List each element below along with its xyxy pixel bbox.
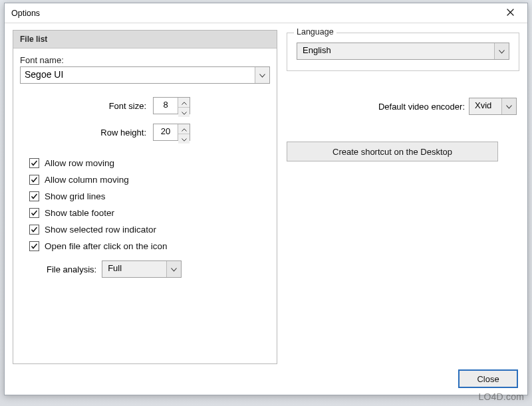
close-button-label: Close xyxy=(477,374,499,384)
check-allow-row-moving[interactable]: Allow row moving xyxy=(29,158,270,168)
check-label: Open file after click on the icon xyxy=(45,241,168,251)
dialog-buttons: Close xyxy=(458,369,518,388)
font-size-row: Font size: 8 xyxy=(20,97,270,114)
font-size-spinner[interactable]: 8 xyxy=(153,97,190,114)
checkmark-icon xyxy=(29,191,39,201)
row-height-up-button[interactable] xyxy=(178,124,190,134)
checkmark-icon xyxy=(29,241,39,251)
checkmark-icon xyxy=(29,158,39,168)
chevron-down-icon xyxy=(182,134,187,144)
create-shortcut-button[interactable]: Create shortcut on the Desktop xyxy=(287,142,498,161)
check-show-table-footer[interactable]: Show table footer xyxy=(29,208,270,218)
language-select[interactable]: English xyxy=(297,43,509,60)
check-show-selected-row-indicator[interactable]: Show selected row indicator xyxy=(29,225,270,235)
language-dropdown-button[interactable] xyxy=(494,43,509,59)
font-size-down-button[interactable] xyxy=(178,107,190,117)
chevron-up-icon xyxy=(182,124,187,134)
file-analysis-value: Full xyxy=(102,261,166,277)
chevron-down-icon xyxy=(506,102,512,111)
file-analysis-dropdown-button[interactable] xyxy=(166,261,181,277)
file-analysis-row: File analysis: Full xyxy=(20,260,270,278)
font-size-label: Font size: xyxy=(20,101,153,111)
checkmark-icon xyxy=(29,208,39,218)
check-label: Show table footer xyxy=(45,208,114,218)
row-height-row: Row height: 20 xyxy=(20,124,270,141)
chevron-down-icon xyxy=(182,108,187,117)
check-label: Show selected row indicator xyxy=(45,225,156,235)
row-height-label: Row height: xyxy=(20,128,153,138)
titlebar: Options xyxy=(5,3,527,23)
window-title: Options xyxy=(11,9,497,18)
language-value: English xyxy=(297,43,494,59)
check-open-file-after-click[interactable]: Open file after click on the icon xyxy=(29,241,270,251)
encoder-dropdown-button[interactable] xyxy=(501,98,516,114)
row-height-down-button[interactable] xyxy=(178,134,190,144)
check-show-grid-lines[interactable]: Show grid lines xyxy=(29,191,270,201)
encoder-select[interactable]: Xvid xyxy=(469,98,517,115)
checkmark-icon xyxy=(29,225,39,235)
font-name-label: Font name: xyxy=(20,55,270,65)
encoder-value: Xvid xyxy=(469,98,501,114)
file-analysis-select[interactable]: Full xyxy=(102,260,182,278)
window-close-button[interactable] xyxy=(497,3,523,23)
create-shortcut-label: Create shortcut on the Desktop xyxy=(332,147,452,157)
close-icon xyxy=(507,9,514,18)
font-size-stepper-buttons xyxy=(178,98,190,114)
row-height-spinner[interactable]: 20 xyxy=(153,124,190,141)
language-legend: Language xyxy=(294,27,336,37)
font-size-value[interactable]: 8 xyxy=(154,98,178,114)
row-height-value[interactable]: 20 xyxy=(154,124,178,140)
checkmark-icon xyxy=(29,175,39,185)
options-window: Options File list Font name: Segoe UI Fo… xyxy=(4,3,528,395)
file-list-group: File list Font name: Segoe UI Font size:… xyxy=(13,30,277,364)
client-area: File list Font name: Segoe UI Font size:… xyxy=(5,23,527,395)
close-button[interactable]: Close xyxy=(458,369,518,388)
check-label: Allow column moving xyxy=(45,175,129,185)
font-name-value: Segoe UI xyxy=(21,67,255,83)
font-size-up-button[interactable] xyxy=(178,98,190,107)
encoder-row: Default video encoder: Xvid xyxy=(287,98,519,115)
chevron-down-icon xyxy=(259,70,265,80)
file-list-header: File list xyxy=(13,31,277,49)
check-label: Show grid lines xyxy=(45,191,106,201)
encoder-label: Default video encoder: xyxy=(378,102,465,112)
row-height-stepper-buttons xyxy=(178,124,190,140)
font-name-combobox[interactable]: Segoe UI xyxy=(20,66,270,84)
checkbox-list: Allow row moving Allow column moving Sho… xyxy=(20,158,270,251)
font-name-dropdown-button[interactable] xyxy=(255,67,269,83)
chevron-down-icon xyxy=(499,47,505,56)
chevron-up-icon xyxy=(182,98,187,107)
file-analysis-label: File analysis: xyxy=(47,264,96,274)
chevron-down-icon xyxy=(171,264,177,274)
language-fieldset: Language English xyxy=(287,33,519,71)
check-allow-column-moving[interactable]: Allow column moving xyxy=(29,175,270,185)
numeric-rows: Font size: 8 Row height: 20 xyxy=(20,97,270,141)
check-label: Allow row moving xyxy=(45,158,114,168)
right-column: Language English Default video encoder: … xyxy=(287,30,519,364)
